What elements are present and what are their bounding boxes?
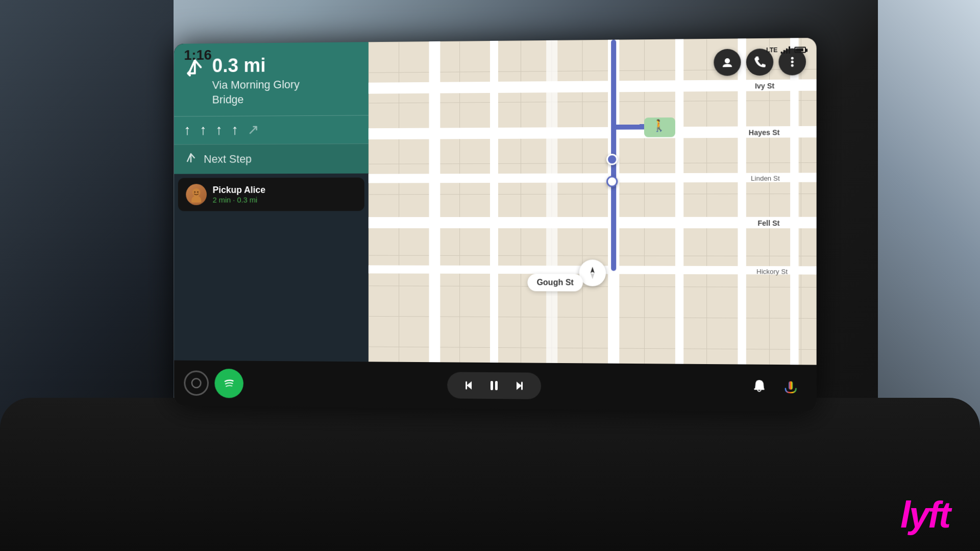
svg-rect-15 <box>495 381 497 390</box>
svg-marker-16 <box>516 381 521 390</box>
lane-guidance: ↑ ↑ ↑ ↑ ↗ <box>174 115 369 145</box>
street-v2 <box>490 41 498 363</box>
street-label-hayes: Hayes St <box>749 128 780 137</box>
map-area[interactable]: Ivy St Hayes St Linden St Fell St Hickor… <box>369 38 817 365</box>
notification-button[interactable] <box>751 377 768 398</box>
svg-rect-17 <box>521 381 523 390</box>
route-pin <box>606 176 618 187</box>
status-time: 1:16 <box>184 47 211 63</box>
svg-rect-18 <box>754 388 765 390</box>
lane-arrow-3: ↑ <box>215 122 223 138</box>
compass-icon[interactable] <box>579 259 606 286</box>
pickup-bar[interactable]: Pickup Alice 2 min · 0.3 mi <box>178 178 364 211</box>
svg-marker-12 <box>467 381 472 390</box>
street-v5 <box>675 39 683 364</box>
street-v1 <box>429 41 440 362</box>
svg-rect-19 <box>789 381 793 390</box>
street-v7 <box>790 38 798 365</box>
pause-button[interactable] <box>487 378 501 393</box>
right-controls <box>751 377 806 398</box>
lyft-logo: lyft <box>900 494 949 536</box>
signal-icon <box>781 46 791 53</box>
pickup-details: 2 min · 0.3 mi <box>213 196 357 204</box>
spotify-button[interactable] <box>214 369 243 398</box>
lte-label: LTE <box>766 46 777 53</box>
street-label-fell: Fell St <box>757 219 779 227</box>
screen-content: 1:16 LTE <box>174 38 817 412</box>
nav-via: Via Morning GloryBridge <box>212 78 300 107</box>
lane-arrow-2: ↑ <box>200 122 207 138</box>
svg-rect-13 <box>465 381 467 390</box>
origin-pin <box>606 154 618 165</box>
mic-button[interactable] <box>781 378 801 398</box>
svg-marker-5 <box>591 273 595 279</box>
svg-point-11 <box>220 375 237 392</box>
car-background: 1:16 LTE <box>0 0 980 551</box>
next-step-text: Next Step <box>204 153 252 166</box>
home-button[interactable] <box>184 370 208 396</box>
svg-point-3 <box>197 191 199 193</box>
lane-arrow-1: ↑ <box>184 122 191 138</box>
svg-marker-4 <box>591 267 595 273</box>
street-label-ivy: Ivy St <box>755 82 774 90</box>
battery-icon <box>794 46 806 53</box>
svg-point-1 <box>191 196 201 203</box>
walking-figure-icon: 🚶 <box>652 119 666 132</box>
svg-point-9 <box>791 64 794 67</box>
main-content: 0.3 mi Via Morning GloryBridge ↑ ↑ ↑ ↑ ↗ <box>174 38 817 365</box>
media-controls <box>243 370 751 401</box>
svg-point-10 <box>192 378 201 388</box>
pickup-name: Pickup Alice <box>213 185 357 196</box>
bottom-bar <box>174 361 817 412</box>
lane-arrow-4: ↑ <box>232 122 239 138</box>
svg-point-2 <box>194 191 195 193</box>
svg-point-0 <box>192 188 200 197</box>
lane-arrow-5: ↗ <box>248 122 259 138</box>
prev-track-button[interactable] <box>462 378 477 393</box>
street-label-linden: Linden St <box>751 175 779 182</box>
car-screen: 1:16 LTE <box>174 38 817 412</box>
next-track-button[interactable] <box>511 378 525 393</box>
nav-panel: 0.3 mi Via Morning GloryBridge ↑ ↑ ↑ ↑ ↗ <box>174 42 369 362</box>
car-dashboard <box>0 398 980 551</box>
pickup-avatar <box>186 184 207 205</box>
street-v6 <box>738 38 746 364</box>
street-v3 <box>546 40 557 363</box>
status-icons: LTE <box>766 46 806 54</box>
next-step[interactable]: Next Step <box>174 143 369 174</box>
street-label-hickory: Hickory St <box>756 268 788 275</box>
next-step-arrow-icon <box>185 152 197 167</box>
current-street-bubble: Gough St <box>527 274 583 291</box>
svg-rect-14 <box>490 381 493 390</box>
media-pill <box>447 372 541 399</box>
pickup-info: Pickup Alice 2 min · 0.3 mi <box>213 185 357 204</box>
